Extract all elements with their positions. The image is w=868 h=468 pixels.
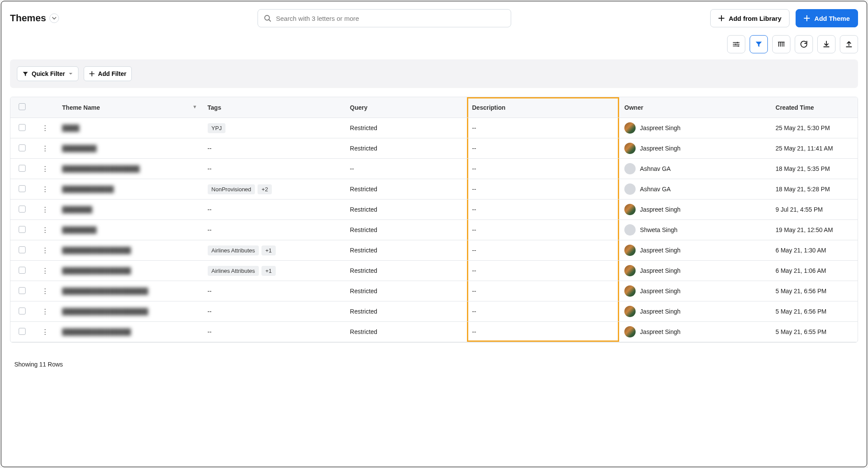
owner-name: Jaspreet Singh [640,328,680,335]
row-checkbox[interactable] [19,328,26,335]
row-checkbox[interactable] [19,308,26,314]
settings-sliders-button[interactable] [727,35,745,53]
description-value: -- [472,186,476,193]
tag-chip[interactable]: YPJ [208,123,226,133]
row-more-icon[interactable]: ⋮ [42,226,49,234]
plus-icon [89,71,95,76]
filter-bar: Quick Filter Add Filter [10,59,858,88]
row-checkbox[interactable] [19,246,26,253]
query-value: Restricted [350,145,377,152]
row-checkbox[interactable] [19,226,26,233]
avatar [624,224,636,236]
table-wrap: Theme Name▼ Tags Query Description Owner… [10,97,858,343]
header-actions: Add from Library Add Theme [710,9,858,27]
add-theme-button[interactable]: Add Theme [796,9,858,27]
table-row: ⋮ ████████████████ -- Restricted -- Jasp… [10,322,858,342]
theme-name[interactable]: ████████████████ [62,328,131,335]
owner-name: Jaspreet Singh [640,145,680,152]
tag-chip[interactable]: +2 [258,184,272,194]
theme-name[interactable]: ████████████████████ [62,288,148,295]
theme-name[interactable]: ████████████ [62,186,114,193]
description-value: -- [472,247,476,254]
upload-button[interactable] [840,35,858,53]
description-value: -- [472,267,476,274]
description-value: -- [472,226,476,233]
row-more-icon[interactable]: ⋮ [42,267,49,275]
refresh-button[interactable] [795,35,813,53]
row-checkbox[interactable] [19,165,26,172]
description-value: -- [472,165,476,172]
created-time: 18 May 21, 5:35 PM [776,165,830,172]
header-tags[interactable]: Tags [202,97,345,118]
owner-name: Jaspreet Singh [640,206,680,213]
theme-name[interactable]: ████████ [62,226,96,233]
table-row: ⋮ ███████ -- Restricted -- Jaspreet Sing… [10,200,858,220]
theme-name[interactable]: ███████ [62,206,92,213]
tag-chip[interactable]: Airlines Attributes [208,245,259,255]
row-checkbox[interactable] [19,267,26,274]
tag-chip[interactable]: Airlines Attributes [208,266,259,276]
header-name[interactable]: Theme Name▼ [57,97,202,118]
row-checkbox[interactable] [19,185,26,192]
tags-empty: -- [208,288,212,295]
header-query[interactable]: Query [345,97,467,118]
avatar [624,245,636,256]
search-box[interactable] [258,9,511,27]
owner-name: Jaspreet Singh [640,308,680,315]
select-all-checkbox[interactable] [19,103,26,110]
theme-name[interactable]: ████████████████ [62,267,131,274]
row-more-icon[interactable]: ⋮ [42,206,49,213]
owner-name: Ashnav GA [640,186,671,193]
row-more-icon[interactable]: ⋮ [42,308,49,315]
tag-chip[interactable]: NonProvisioned [208,184,255,194]
tag-chip[interactable]: +1 [261,266,276,276]
header-created[interactable]: Created Time [770,97,858,118]
query-value: Restricted [350,247,377,254]
toolbar-row [1,35,867,59]
theme-name[interactable]: ████████████████ [62,247,131,254]
app-frame: Themes Add from Library Add Theme [1,1,867,467]
theme-name[interactable]: ████████ [62,145,96,152]
header: Themes Add from Library Add Theme [1,1,867,35]
button-label: Add Filter [98,70,126,77]
avatar [624,143,636,154]
title-dropdown[interactable] [49,13,59,23]
row-more-icon[interactable]: ⋮ [42,165,49,173]
header-owner[interactable]: Owner [619,97,770,118]
avatar [624,183,636,195]
theme-name[interactable]: ████████████████████ [62,308,148,315]
columns-button[interactable] [772,35,790,53]
table-row: ⋮ ██████████████████ -- -- -- Ashnav GA … [10,159,858,179]
avatar [624,285,636,297]
theme-name[interactable]: ████ [62,124,79,131]
row-more-icon[interactable]: ⋮ [42,288,49,295]
avatar [624,265,636,276]
add-filter-button[interactable]: Add Filter [84,66,132,81]
row-checkbox[interactable] [19,124,26,131]
row-more-icon[interactable]: ⋮ [42,124,49,132]
quick-filter-button[interactable]: Quick Filter [17,66,78,81]
created-time: 25 May 21, 5:30 PM [776,124,830,131]
row-more-icon[interactable]: ⋮ [42,145,49,152]
created-time: 19 May 21, 12:50 AM [776,226,833,233]
tag-chip[interactable]: +1 [261,245,276,255]
query-value: Restricted [350,288,377,295]
filter-button[interactable] [750,35,768,53]
row-more-icon[interactable]: ⋮ [42,186,49,193]
created-time: 5 May 21, 6:55 PM [776,328,827,335]
row-more-icon[interactable]: ⋮ [42,328,49,336]
add-from-library-button[interactable]: Add from Library [710,9,790,27]
search-input[interactable] [276,15,505,22]
row-checkbox[interactable] [19,144,26,151]
row-checkbox[interactable] [19,287,26,294]
header-description[interactable]: Description [467,97,619,118]
download-button[interactable] [817,35,835,53]
created-time: 5 May 21, 6:56 PM [776,288,827,295]
theme-name[interactable]: ██████████████████ [62,165,140,172]
svg-line-1 [269,20,271,21]
owner-name: Jaspreet Singh [640,267,680,274]
query-value: Restricted [350,226,377,233]
row-checkbox[interactable] [19,206,26,213]
description-value: -- [472,328,476,335]
row-more-icon[interactable]: ⋮ [42,247,49,254]
